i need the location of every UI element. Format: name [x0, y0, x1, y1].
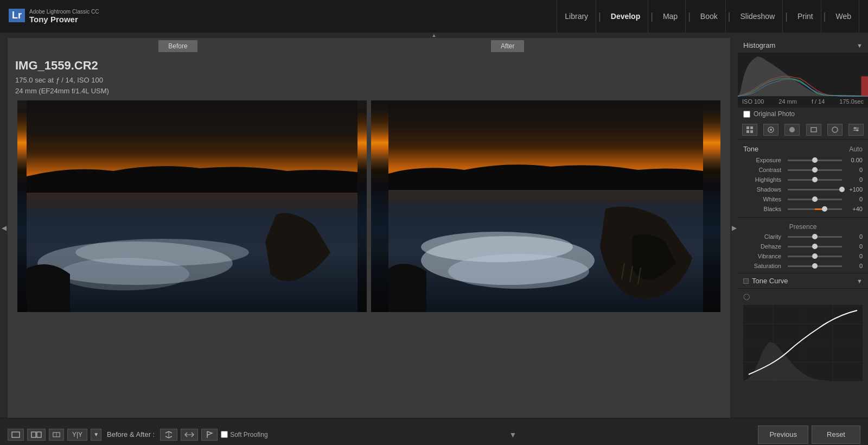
bottom-right-controls: Previous Reset	[758, 425, 860, 444]
image-metadata: IMG_1559.CR2 175.0 sec at ƒ / 14, ISO 10…	[8, 54, 730, 100]
vibrance-track[interactable]	[788, 256, 842, 257]
exposure-value: 0.00	[844, 157, 863, 163]
left-panel-toggle[interactable]: ◀	[0, 38, 8, 418]
soft-proof-label: Soft Proofing	[230, 431, 267, 438]
contrast-thumb[interactable]	[812, 167, 818, 173]
image-filename: IMG_1559.CR2	[15, 59, 723, 73]
previous-button[interactable]: Previous	[758, 425, 808, 444]
contrast-track[interactable]	[788, 169, 842, 171]
svg-rect-5	[27, 193, 358, 209]
after-image	[371, 100, 720, 312]
blacks-thumb[interactable]	[822, 206, 827, 212]
nav-web[interactable]: Web	[828, 0, 859, 33]
view-split-btn[interactable]	[49, 429, 64, 441]
swap-btn-1[interactable]	[160, 429, 177, 441]
svg-rect-18	[746, 126, 749, 129]
blacks-row: Blacks +40	[738, 204, 868, 214]
svg-point-4	[59, 258, 189, 290]
histogram-meta: ISO 100 24 mm f / 14 175.0sec	[738, 97, 868, 106]
nav-slideshow[interactable]: Slideshow	[732, 0, 783, 33]
whites-thumb[interactable]	[812, 196, 818, 202]
expand-arrow[interactable]: ▼	[509, 430, 517, 439]
saturation-thumb[interactable]	[812, 263, 818, 269]
vibrance-row: Vibrance 0	[738, 251, 868, 261]
nav-develop[interactable]: Develop	[603, 0, 648, 33]
blacks-label: Blacks	[743, 206, 781, 212]
images-compare-row	[8, 100, 730, 418]
tone-curve-chevron[interactable]: ▼	[857, 278, 863, 284]
dehaze-value: 0	[844, 243, 863, 250]
highlights-thumb[interactable]	[812, 177, 818, 182]
highlights-label: Highlights	[743, 176, 781, 183]
original-photo-checkbox[interactable]	[743, 111, 750, 118]
tone-section: Tone Auto Exposure 0.00 Contrast 0	[738, 139, 868, 217]
exposure-track[interactable]	[788, 160, 842, 161]
highlights-track[interactable]	[788, 179, 842, 181]
app-user: Tony Prower	[29, 15, 99, 24]
vibrance-thumb[interactable]	[812, 253, 818, 259]
svg-point-10	[448, 254, 589, 289]
nav-map[interactable]: Map	[655, 0, 686, 33]
nav-library[interactable]: Library	[557, 0, 596, 33]
before-after-label: Before & After :	[107, 430, 155, 438]
original-photo-row: Original Photo	[738, 107, 868, 120]
tone-label: Tone	[743, 145, 758, 153]
swap-btn-2[interactable]	[181, 429, 198, 441]
auto-button[interactable]: Auto	[849, 145, 863, 153]
soft-proof-checkbox[interactable]	[221, 431, 228, 438]
hist-iso: ISO 100	[742, 98, 764, 105]
top-collapse[interactable]: ▲	[0, 33, 868, 38]
shadows-track[interactable]	[788, 189, 842, 190]
nav-print[interactable]: Print	[790, 0, 821, 33]
tone-curve-toggle[interactable]	[743, 278, 749, 284]
shadows-thumb[interactable]	[839, 187, 845, 192]
highlights-row: Highlights 0	[738, 175, 868, 185]
blacks-value: +40	[844, 206, 863, 212]
lr-badge: Lr	[9, 9, 25, 22]
svg-rect-25	[811, 128, 816, 132]
yx-dropdown[interactable]: ▼	[91, 429, 101, 441]
bottom-left-controls: Y|Y ▼ Before & After : Soft Proofing	[8, 429, 268, 441]
dehaze-thumb[interactable]	[812, 244, 818, 249]
bottom-bar: Y|Y ▼ Before & After : Soft Proofing ▼ P…	[0, 418, 868, 445]
tone-curve-title: Tone Curve	[752, 277, 788, 285]
image-focal: 24 mm (EF24mm f/1.4L USM)	[15, 86, 723, 97]
saturation-label: Saturation	[743, 263, 781, 269]
view-mode-circle[interactable]	[784, 124, 800, 136]
view-mode-sliders[interactable]	[848, 124, 864, 136]
image-exposure: 175.0 sec at ƒ / 14, ISO 100	[15, 75, 723, 86]
after-label: After	[491, 40, 524, 52]
view-mode-grid[interactable]	[742, 124, 757, 136]
shadows-value: +100	[844, 186, 863, 193]
hist-focal: 24 mm	[778, 98, 797, 105]
svg-point-24	[789, 127, 795, 132]
nav-book[interactable]: Book	[693, 0, 726, 33]
right-panel-toggle[interactable]: ▶	[730, 38, 738, 418]
blacks-track[interactable]	[788, 208, 842, 210]
dehaze-track[interactable]	[788, 246, 842, 247]
clarity-track[interactable]	[788, 236, 842, 238]
highlights-value: 0	[844, 176, 863, 183]
whites-track[interactable]	[788, 199, 842, 200]
histogram-chevron[interactable]: ▼	[857, 42, 863, 49]
view-single-btn[interactable]	[8, 429, 24, 441]
view-dual-btn[interactable]	[27, 429, 46, 441]
yx-toggle[interactable]: Y|Y	[67, 429, 87, 441]
reset-button[interactable]: Reset	[812, 425, 860, 444]
saturation-track[interactable]	[788, 265, 842, 267]
nav-menu: Library | Develop | Map | Book | Slidesh…	[557, 0, 859, 33]
svg-rect-17	[861, 77, 868, 97]
shadows-label: Shadows	[743, 186, 781, 193]
view-mode-loupe[interactable]	[763, 124, 778, 136]
view-modes-row	[738, 120, 868, 139]
exposure-thumb[interactable]	[812, 157, 818, 163]
tone-header: Tone Auto	[738, 143, 868, 155]
view-mode-circle2[interactable]	[827, 124, 843, 136]
vibrance-value: 0	[844, 253, 863, 259]
histogram-header: Histogram ▼	[738, 38, 868, 53]
whites-label: Whites	[743, 196, 781, 202]
clarity-thumb[interactable]	[812, 234, 818, 239]
view-mode-rect[interactable]	[806, 124, 821, 136]
flag-btn[interactable]	[201, 429, 218, 441]
svg-rect-40	[31, 432, 36, 437]
